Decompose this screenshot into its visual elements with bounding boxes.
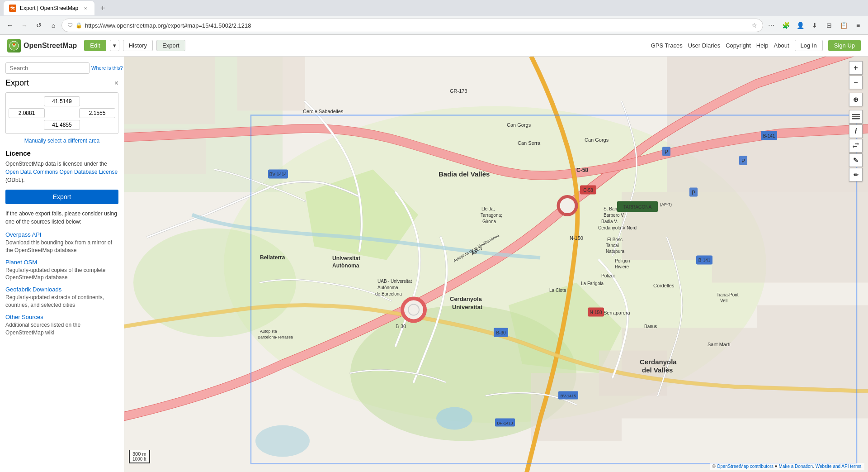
history-button[interactable]: History bbox=[123, 40, 153, 51]
geolocate-button[interactable]: ⊕ bbox=[849, 93, 863, 106]
coord-bottom-input[interactable] bbox=[44, 120, 80, 130]
address-bar[interactable]: 🛡 🔒 ☆ bbox=[61, 19, 763, 32]
lock-icon: 🔒 bbox=[75, 22, 82, 29]
svg-text:N-150: N-150 bbox=[570, 235, 583, 241]
svg-text:Autònoma: Autònoma bbox=[332, 262, 359, 269]
svg-text:Can Gorgs: Can Gorgs bbox=[507, 122, 531, 128]
svg-text:BV-1414: BV-1414 bbox=[269, 172, 287, 177]
header-right: GPS Traces User Diaries Copyright Help A… bbox=[651, 40, 861, 51]
svg-text:P: P bbox=[741, 158, 745, 164]
gps-traces-link[interactable]: GPS Traces bbox=[651, 42, 683, 49]
browser-tabs: 🗺 Export | OpenStreetMap × + bbox=[0, 0, 868, 16]
copyright-link[interactable]: Copyright bbox=[726, 42, 751, 49]
svg-text:Cerdanyola: Cerdanyola bbox=[450, 296, 482, 302]
svg-text:P: P bbox=[665, 149, 668, 155]
svg-text:Autopista: Autopista bbox=[260, 329, 277, 334]
osm-logo[interactable]: OpenStreetMap bbox=[7, 39, 77, 52]
bookmark-icon[interactable]: ☆ bbox=[751, 22, 757, 29]
alt-source-link[interactable]: Other Sources bbox=[5, 314, 118, 320]
svg-text:TARRAGONA: TARRAGONA bbox=[623, 205, 652, 210]
user-diaries-link[interactable]: User Diaries bbox=[688, 42, 721, 49]
edit-map-button[interactable]: ✏ bbox=[849, 168, 863, 181]
svg-text:Serraparera: Serraparera bbox=[604, 310, 631, 315]
svg-point-1 bbox=[13, 43, 15, 45]
svg-text:Lleida;: Lleida; bbox=[481, 206, 495, 211]
map-background: .road-major { fill: none; stroke: #e8a0a… bbox=[124, 57, 868, 472]
export-note: If the above export fails, please consid… bbox=[5, 210, 118, 226]
osm-contributors-link[interactable]: OpenStreetMap contributors bbox=[717, 464, 774, 469]
layers-button[interactable] bbox=[849, 110, 863, 124]
tab-close-button[interactable]: × bbox=[82, 5, 89, 12]
log-in-button[interactable]: Log In bbox=[795, 40, 823, 51]
svg-text:La Clota: La Clota bbox=[549, 288, 566, 293]
zoom-in-button[interactable]: + bbox=[849, 61, 863, 75]
licence-text: OpenStreetMap data is licensed under the… bbox=[5, 160, 118, 184]
alt-source-link[interactable]: Geofabrik Downloads bbox=[5, 286, 118, 293]
info-button[interactable]: i bbox=[849, 124, 863, 138]
map-controls: + − ⊕ i ✎ ✏ bbox=[849, 61, 863, 181]
coord-bottom-row bbox=[9, 120, 115, 130]
alt-source-desc: Regularly-updated extracts of continents… bbox=[5, 294, 118, 309]
refresh-button[interactable]: ↺ bbox=[33, 19, 45, 32]
edit-button[interactable]: Edit bbox=[84, 40, 106, 51]
map-attribution: © OpenStreetMap contributors ♥ Make a Do… bbox=[710, 463, 864, 470]
export-heading: Export × bbox=[5, 78, 118, 88]
browser-toolbar: ← → ↺ ⌂ 🛡 🔒 ☆ ⋯ 🧩 👤 ⬇ ⊟ 📋 ≡ bbox=[0, 16, 868, 34]
map-container[interactable]: .road-major { fill: none; stroke: #e8a0a… bbox=[124, 57, 868, 472]
svg-text:B-30: B-30 bbox=[396, 324, 406, 329]
coordinate-grid bbox=[5, 92, 118, 134]
extensions-button[interactable]: 🧩 bbox=[779, 19, 792, 32]
licence-section: Licence OpenStreetMap data is licensed u… bbox=[5, 149, 118, 184]
browser-menu-button[interactable]: ≡ bbox=[852, 19, 864, 32]
close-export-button[interactable]: × bbox=[114, 79, 118, 87]
security-icon: 🛡 bbox=[67, 22, 73, 29]
export-nav-button[interactable]: Export bbox=[156, 40, 185, 51]
home-button[interactable]: ⌂ bbox=[47, 19, 60, 32]
svg-rect-9 bbox=[124, 57, 215, 124]
svg-rect-97 bbox=[852, 118, 860, 119]
svg-rect-96 bbox=[852, 116, 860, 118]
svg-text:B-141: B-141 bbox=[698, 258, 711, 263]
website-api-terms-link[interactable]: Website and API terms bbox=[816, 464, 862, 469]
svg-text:Badia V.: Badia V. bbox=[601, 219, 618, 224]
share-button[interactable] bbox=[849, 139, 863, 153]
new-tab-button[interactable]: + bbox=[96, 2, 109, 14]
coord-left-input[interactable] bbox=[9, 108, 45, 118]
export-button[interactable]: Export bbox=[5, 190, 118, 204]
forward-button[interactable]: → bbox=[18, 19, 31, 32]
svg-text:Bellaterra: Bellaterra bbox=[260, 254, 285, 261]
tabs-button[interactable]: ⊟ bbox=[823, 19, 835, 32]
alt-source-link[interactable]: Planet OSM bbox=[5, 259, 118, 266]
svg-rect-10 bbox=[237, 57, 305, 111]
help-link[interactable]: Help bbox=[756, 42, 769, 49]
active-tab[interactable]: 🗺 Export | OpenStreetMap × bbox=[4, 1, 94, 15]
download-button[interactable]: ⬇ bbox=[808, 19, 821, 32]
back-button[interactable]: ← bbox=[4, 19, 16, 32]
svg-text:Riviere: Riviere bbox=[615, 264, 629, 269]
about-link[interactable]: About bbox=[774, 42, 789, 49]
coord-top-input[interactable] bbox=[44, 96, 80, 106]
where-is-this-link[interactable]: Where is this? bbox=[91, 65, 123, 71]
coord-right-input[interactable] bbox=[79, 108, 115, 118]
profile-button[interactable]: 👤 bbox=[794, 19, 807, 32]
donation-link[interactable]: Make a Donation bbox=[779, 464, 813, 469]
note-button[interactable]: ✎ bbox=[849, 153, 863, 167]
clipboard-button[interactable]: 📋 bbox=[837, 19, 850, 32]
alt-source-item: Overpass APIDownload this bounding box f… bbox=[5, 231, 118, 254]
svg-text:B-141: B-141 bbox=[763, 133, 775, 138]
search-input[interactable] bbox=[5, 62, 90, 74]
scale-label-1: 300 m bbox=[132, 451, 146, 457]
svg-text:del Vallès: del Vallès bbox=[642, 366, 673, 374]
alt-source-link[interactable]: Overpass API bbox=[5, 231, 118, 238]
browser-menu-dots[interactable]: ⋯ bbox=[765, 19, 778, 32]
zoom-out-button[interactable]: − bbox=[849, 76, 863, 89]
alt-source-desc: Additional sources listed on the OpenStr… bbox=[5, 321, 118, 337]
odbl-link[interactable]: Open Data Commons Open Database License bbox=[5, 169, 118, 175]
sign-up-button[interactable]: Sign Up bbox=[828, 40, 861, 51]
manual-select-link[interactable]: Manually select a different area bbox=[5, 138, 118, 144]
export-panel: Export × Manually select a different are… bbox=[5, 78, 118, 336]
url-input[interactable] bbox=[85, 22, 749, 29]
alt-source-item: Other SourcesAdditional sources listed o… bbox=[5, 314, 118, 337]
edit-dropdown-button[interactable]: ▾ bbox=[110, 40, 119, 51]
svg-text:BP-1413: BP-1413 bbox=[497, 421, 513, 425]
